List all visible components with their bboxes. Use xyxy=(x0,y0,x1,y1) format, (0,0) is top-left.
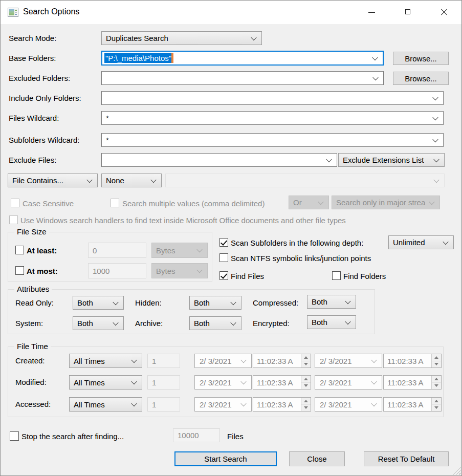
search-mode-label: Search Mode: xyxy=(9,34,56,42)
created-date-from: 2/ 3/2021 xyxy=(194,354,252,368)
chevron-down-icon xyxy=(240,401,246,406)
created-mode-combo[interactable]: All Times xyxy=(69,354,142,368)
subfolder-depth-value: Unlimited xyxy=(393,238,425,247)
compressed-value: Both xyxy=(312,297,327,306)
archive-value: Both xyxy=(194,319,210,328)
scan-ntfs-links-label[interactable]: Scan NTFS symbolic links/junction points xyxy=(231,254,371,263)
file-contains-combo[interactable]: File Contains... xyxy=(8,174,98,187)
close-button[interactable] xyxy=(432,1,456,24)
case-sensitive-label: Case Sensitive xyxy=(23,199,74,208)
spin-down-icon xyxy=(301,361,311,368)
accessed-time-from: 11:02:33 A xyxy=(253,397,311,412)
chevron-down-icon xyxy=(371,379,377,384)
chevron-down-icon xyxy=(131,357,137,363)
spin-down-icon xyxy=(301,405,311,412)
created-date-to-value: 2/ 3/2021 xyxy=(320,357,352,365)
at-least-label[interactable]: At least: xyxy=(27,246,57,255)
system-combo[interactable]: Both xyxy=(73,316,124,330)
maximize-button[interactable] xyxy=(397,1,420,24)
contains-mode-combo[interactable]: None xyxy=(101,174,162,187)
search-options-dialog: Search Options Search Mode: Duplicates S… xyxy=(0,0,462,476)
stop-after-checkbox[interactable] xyxy=(10,431,19,441)
start-search-button[interactable]: Start Search xyxy=(174,451,277,466)
created-time-to: 11:02:33 A xyxy=(383,354,442,368)
stop-after-label[interactable]: Stop the search after finding... xyxy=(21,432,124,441)
major-streams-combo: Search only in major strea xyxy=(332,196,440,209)
exclude-files-label: Exclude Files: xyxy=(9,156,56,164)
subfolders-wildcard-value: * xyxy=(106,136,109,144)
find-folders-label[interactable]: Find Folders xyxy=(343,272,386,280)
browse-base-folders-button[interactable]: Browse... xyxy=(393,52,449,65)
file-time-group-title: File Time xyxy=(14,342,51,351)
archive-label: Archive: xyxy=(135,319,163,328)
spinner xyxy=(431,354,441,367)
created-mode-value: All Times xyxy=(74,357,105,365)
spinner xyxy=(431,398,441,411)
subfolder-depth-combo[interactable]: Unlimited xyxy=(388,235,454,249)
encrypted-combo[interactable]: Both xyxy=(307,315,356,329)
scan-subfolders-checkbox[interactable] xyxy=(219,238,228,247)
at-least-unit-value: Bytes xyxy=(156,246,175,255)
or-and-value: Or xyxy=(293,198,302,207)
scan-subfolders-label[interactable]: Scan Subfolders in the following depth: xyxy=(231,239,363,247)
find-folders-checkbox[interactable] xyxy=(332,271,341,280)
find-files-label[interactable]: Find Files xyxy=(231,272,264,280)
subfolders-wildcard-combo[interactable]: * xyxy=(101,133,444,147)
attributes-group: Attributes Read Only: Both Hidden: Both … xyxy=(8,289,375,334)
minimize-button[interactable] xyxy=(360,1,383,24)
base-folders-combo[interactable]: "P:\_media\Photos" xyxy=(101,51,384,66)
chevron-down-icon xyxy=(345,318,350,324)
accessed-mode-combo[interactable]: All Times xyxy=(69,397,142,412)
file-size-group: File Size At least: 0 Bytes At most: 100… xyxy=(8,232,212,282)
modified-date-from: 2/ 3/2021 xyxy=(194,375,252,390)
chevron-down-icon xyxy=(433,156,439,162)
scan-ntfs-links-checkbox[interactable] xyxy=(219,253,228,262)
search-mode-combo[interactable]: Duplicates Search xyxy=(101,31,262,45)
modified-mode-combo[interactable]: All Times xyxy=(69,375,142,390)
accessed-time-to: 11:02:33 A xyxy=(383,397,442,412)
chevron-down-icon xyxy=(240,357,246,363)
exclude-extensions-list-label: Exclude Extensions List xyxy=(343,156,424,164)
accessed-date-from-value: 2/ 3/2021 xyxy=(200,400,232,409)
modified-time-to-value: 11:02:33 A xyxy=(384,376,431,389)
modified-time-to: 11:02:33 A xyxy=(383,375,442,390)
chevron-down-icon xyxy=(113,299,118,305)
spinner xyxy=(301,354,311,367)
chevron-down-icon xyxy=(318,199,323,204)
reset-to-default-button[interactable]: Reset To Default xyxy=(364,451,449,466)
read-only-label: Read Only: xyxy=(15,298,54,307)
at-least-checkbox[interactable] xyxy=(15,246,24,254)
spin-up-icon xyxy=(301,354,311,361)
system-label: System: xyxy=(15,319,43,328)
archive-combo[interactable]: Both xyxy=(189,316,241,330)
exclude-files-combo[interactable] xyxy=(101,153,337,167)
files-wildcard-label: Files Wildcard: xyxy=(9,114,59,122)
files-wildcard-combo[interactable]: * xyxy=(101,111,444,125)
excluded-folders-combo[interactable] xyxy=(101,71,384,85)
spin-down-icon xyxy=(301,383,311,390)
spin-up-icon xyxy=(432,398,441,405)
resize-grip[interactable] xyxy=(453,467,460,474)
exclude-extensions-list-combo[interactable]: Exclude Extensions List xyxy=(338,153,445,167)
created-label: Created: xyxy=(15,356,45,365)
find-files-checkbox[interactable] xyxy=(219,271,228,280)
compressed-combo[interactable]: Both xyxy=(307,295,356,309)
chevron-down-icon xyxy=(371,401,377,406)
subfolders-wildcard-label: Subfolders Wildcard: xyxy=(9,136,79,144)
created-time-to-value: 11:02:33 A xyxy=(384,354,431,367)
at-most-checkbox[interactable] xyxy=(15,266,24,275)
base-folders-value: "P:\_media\Photos" xyxy=(104,53,171,63)
at-most-label[interactable]: At most: xyxy=(27,267,58,275)
created-time-from-value: 11:02:33 A xyxy=(253,354,301,367)
accessed-date-to: 2/ 3/2021 xyxy=(315,397,382,412)
browse-excluded-folders-button[interactable]: Browse... xyxy=(393,72,449,85)
spin-down-icon xyxy=(432,361,441,368)
modified-time-from-value: 11:02:33 A xyxy=(253,376,301,389)
close-dialog-button[interactable]: Close xyxy=(289,451,345,466)
accessed-num-input: 1 xyxy=(147,397,180,412)
chevron-down-icon xyxy=(372,74,378,80)
hidden-combo[interactable]: Both xyxy=(189,296,241,310)
read-only-combo[interactable]: Both xyxy=(73,296,124,310)
include-only-folders-combo[interactable] xyxy=(101,91,444,105)
created-date-to: 2/ 3/2021 xyxy=(315,354,382,368)
